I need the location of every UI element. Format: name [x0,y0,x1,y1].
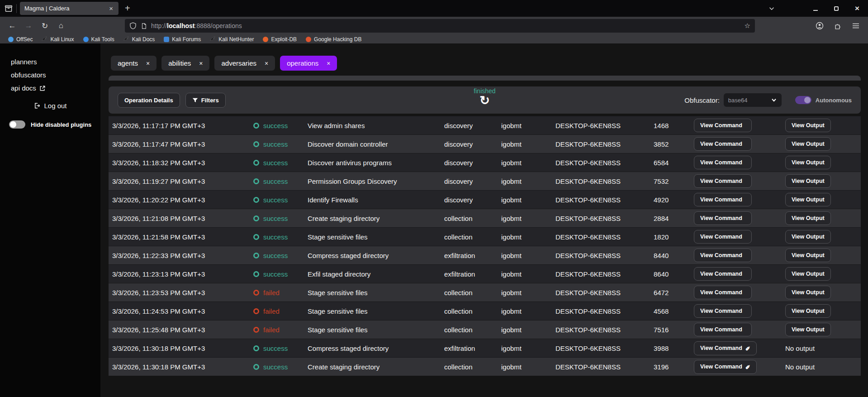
view-command-button[interactable]: View Command [694,267,752,281]
bookmark-item[interactable]: Kali NetHunter [205,36,258,43]
view-command-button[interactable]: View Command [694,286,752,299]
view-output-button[interactable]: View Output [785,211,831,225]
step-agent-paw: igobmt [501,344,555,352]
url-bar[interactable]: http://localhost:8888/operations ☆ [125,19,755,33]
step-pid: 8440 [654,252,694,259]
bookmark-item[interactable]: OffSec [4,36,37,43]
step-tactic: exfiltration [444,252,501,259]
view-output-button[interactable]: View Output [785,119,831,132]
bookmark-item[interactable]: Kali Forums [159,36,205,43]
view-command-button[interactable]: View Command [694,211,752,225]
step-agent-paw: igobmt [501,289,555,297]
autonomous-toggle[interactable] [795,96,811,104]
panel-top-strip [109,76,861,81]
refresh-icon[interactable]: ↻ [479,95,490,106]
view-output-button[interactable]: View Output [785,156,831,169]
step-ability-name: Create staging directory [308,215,444,222]
view-command-button[interactable]: View Command✎ [694,341,757,355]
table-row: 3/3/2026, 11:18:32 PM GMT+3 success Disc… [109,153,861,172]
list-tabs-icon[interactable] [768,5,775,12]
view-command-button[interactable]: View Command [694,230,752,244]
bookmark-label: Kali NetHunter [218,36,254,43]
step-status: success [253,233,308,241]
step-status: success [253,344,308,352]
view-command-button[interactable]: View Command [694,119,752,132]
obfuscator-select[interactable]: base64 [724,93,782,107]
step-ability-name: Exfil staged directory [308,270,444,278]
view-output-button[interactable]: View Output [785,267,831,281]
step-status: success [253,122,308,129]
home-icon[interactable]: ⌂ [55,20,67,32]
step-timestamp: 3/3/2026, 11:18:32 PM GMT+3 [109,159,253,167]
sidebar-item-planners[interactable]: planners [0,55,100,68]
view-output-button[interactable]: View Output [785,304,831,318]
view-output-button[interactable]: View Output [785,323,831,336]
step-agent-paw: igobmt [501,252,555,259]
bookmark-item[interactable]: Exploit-DB [258,36,301,43]
chip-close-icon[interactable]: × [265,60,268,67]
close-button[interactable]: × [854,5,861,12]
bookmark-item[interactable]: Kali Docs [119,36,160,43]
chip-close-icon[interactable]: × [146,60,150,67]
view-output-button[interactable]: View Output [785,286,831,299]
logout-button[interactable]: Log out [0,102,100,110]
reload-icon[interactable]: ↻ [39,20,51,32]
step-ability-name: Stage sensitive files [308,233,444,241]
operation-details-button[interactable]: Operation Details [118,93,180,108]
step-host: DESKTOP-6KEN8SS [555,159,654,167]
tab-chip-adversaries[interactable]: adversaries× [214,56,275,71]
menu-icon[interactable] [850,20,862,32]
view-command-button[interactable]: View Command [694,137,752,151]
table-row: 3/3/2026, 11:20:22 PM GMT+3 success Iden… [109,190,861,209]
chip-close-icon[interactable]: × [327,60,330,67]
tab-chip-agents[interactable]: agents× [111,56,157,71]
view-command-button[interactable]: View Command [694,193,752,206]
step-pid: 6584 [654,159,694,167]
sidebar-item-obfuscators[interactable]: obfuscators [0,68,100,81]
step-timestamp: 3/3/2026, 11:23:13 PM GMT+3 [109,270,253,278]
sidebar-item-api-docs[interactable]: api docs [0,81,100,95]
new-tab-button[interactable]: + [125,3,130,14]
step-status: failed [253,307,308,315]
forward-icon[interactable]: → [23,20,34,32]
tab-chip-operations[interactable]: operations× [280,56,337,71]
view-command-button[interactable]: View Command [694,304,752,318]
bookmark-item[interactable]: Kali Linux [37,36,78,43]
status-ring-icon [253,178,259,184]
hide-disabled-plugins-toggle[interactable] [9,120,25,129]
view-output-button[interactable]: View Output [785,230,831,244]
step-host: DESKTOP-6KEN8SS [555,307,654,315]
bookmark-star-icon[interactable]: ☆ [745,22,750,30]
browser-tab[interactable]: Magma | Caldera × [20,2,119,15]
status-ring-icon [253,290,259,296]
view-output-button[interactable]: View Output [785,137,831,151]
view-command-button[interactable]: View Command✎ [694,360,757,374]
extensions-icon[interactable] [832,20,844,32]
table-row: 3/3/2026, 11:21:08 PM GMT+3 success Crea… [109,209,861,227]
account-icon[interactable] [814,20,825,32]
exploit-db-icon [263,37,268,42]
step-pid: 7532 [654,177,694,185]
maximize-button[interactable] [833,5,840,12]
bookmark-item[interactable]: Kali Tools [79,36,119,43]
view-command-button[interactable]: View Command [694,156,752,169]
minimize-button[interactable] [812,5,819,12]
back-icon[interactable]: ← [6,20,18,32]
view-command-button[interactable]: View Command [694,323,752,336]
tab-title: Magma | Caldera [24,5,108,12]
view-output-button[interactable]: View Output [785,249,831,262]
view-output-button[interactable]: View Output [785,193,831,206]
step-timestamp: 3/3/2026, 11:19:27 PM GMT+3 [109,177,253,185]
view-command-button[interactable]: View Command [694,249,752,262]
step-status: success [253,270,308,278]
filters-button[interactable]: Filters [185,93,226,108]
obfuscator-label: Obfuscator: [684,96,720,104]
tab-overview-icon[interactable] [5,5,13,13]
bookmark-item[interactable]: Google Hacking DB [301,36,366,43]
status-ring-icon [253,308,259,314]
view-output-button[interactable]: View Output [785,174,831,188]
chip-close-icon[interactable]: × [199,60,203,67]
view-command-button[interactable]: View Command [694,174,752,188]
tab-close-icon[interactable]: × [108,5,114,12]
tab-chip-abilities[interactable]: abilities× [161,56,209,71]
